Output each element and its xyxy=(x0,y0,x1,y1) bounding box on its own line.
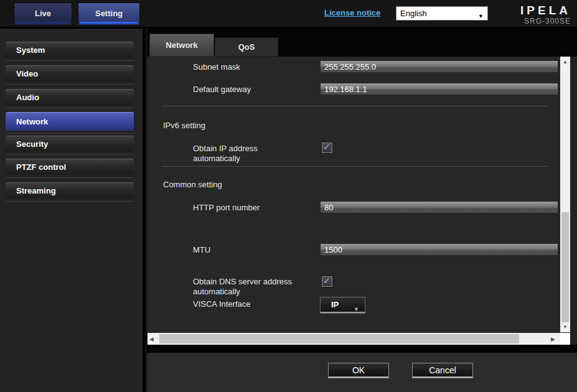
sidebar-item-label: Security xyxy=(16,139,48,149)
checkmark-icon: ✓ xyxy=(323,275,331,286)
cancel-button[interactable]: Cancel xyxy=(412,363,473,378)
ok-button[interactable]: OK xyxy=(328,363,389,378)
top-bar: Live Setting License notice English ▼ IP… xyxy=(0,0,577,29)
scroll-up-arrow-icon[interactable]: ▲ xyxy=(560,59,570,65)
setting-tab-underline xyxy=(80,22,138,24)
chevron-down-icon: ▼ xyxy=(478,10,484,23)
sidebar-item-video[interactable]: Video xyxy=(6,65,134,82)
chevron-down-icon: ▼ xyxy=(354,302,359,317)
language-select[interactable]: English ▼ xyxy=(396,6,488,21)
default-gateway-label: Default gateway xyxy=(193,85,251,95)
visca-interface-dropdown[interactable]: IP ▼ xyxy=(320,297,365,314)
tab-bar: Network QoS xyxy=(148,29,577,57)
language-select-value: English xyxy=(400,9,427,18)
vertical-scrollbar-thumb[interactable] xyxy=(561,212,569,322)
settings-sidebar: System Video Audio Network Security PTZF… xyxy=(0,29,145,392)
live-tab-label: Live xyxy=(35,9,51,18)
setting-tab-label: Setting xyxy=(95,9,123,18)
tab-qos[interactable]: QoS xyxy=(215,37,278,57)
common-section-title: Common setting xyxy=(163,180,222,189)
app-window: Live Setting License notice English ▼ IP… xyxy=(0,0,577,392)
horizontal-scrollbar-thumb[interactable] xyxy=(159,334,519,343)
sidebar-item-label: Video xyxy=(16,69,38,78)
subnet-mask-input[interactable] xyxy=(321,61,558,72)
setting-tab-button[interactable]: Setting xyxy=(78,2,140,26)
brand-logo: IPELA xyxy=(490,4,571,17)
vertical-scrollbar[interactable]: ▲ ▼ xyxy=(560,57,570,332)
tab-network[interactable]: Network xyxy=(149,34,214,57)
mtu-input[interactable] xyxy=(321,244,558,255)
tab-label: Network xyxy=(166,40,197,50)
obtain-ip-checkbox[interactable]: ✓ xyxy=(322,142,332,153)
visca-interface-value: IP xyxy=(331,300,339,309)
sidebar-item-label: System xyxy=(16,45,45,55)
section-divider xyxy=(162,166,548,167)
mtu-label: MTU xyxy=(193,245,210,255)
default-gateway-input[interactable] xyxy=(321,83,558,95)
sidebar-item-security[interactable]: Security xyxy=(6,136,134,152)
content-footer-divider xyxy=(147,345,577,353)
http-port-label: HTTP port number xyxy=(193,203,260,213)
sidebar-item-label: Network xyxy=(16,117,48,126)
sidebar-item-network[interactable]: Network xyxy=(6,112,134,131)
action-bar: OK Cancel xyxy=(147,353,577,392)
subnet-mask-label: Subnet mask xyxy=(193,62,240,72)
scroll-left-arrow-icon[interactable]: ◀ xyxy=(149,336,154,342)
checkmark-icon: ✓ xyxy=(323,141,331,152)
obtain-dns-checkbox[interactable]: ✓ xyxy=(322,276,332,287)
sidebar-item-system[interactable]: System xyxy=(6,42,134,58)
sidebar-item-audio[interactable]: Audio xyxy=(6,89,134,105)
scroll-down-arrow-icon[interactable]: ▼ xyxy=(560,324,570,330)
scrollbar-corner xyxy=(560,333,570,345)
sidebar-item-label: PTZF control xyxy=(16,162,66,172)
scroll-right-arrow-icon[interactable]: ▶ xyxy=(551,336,555,342)
live-tab-underline xyxy=(16,22,70,24)
sidebar-item-label: Streaming xyxy=(16,186,56,195)
license-notice-link[interactable]: License notice xyxy=(324,8,380,17)
model-number: SRG-300SE xyxy=(490,17,571,26)
tab-label: QoS xyxy=(238,42,255,52)
section-divider xyxy=(162,106,548,106)
ipv6-section-title: IPv6 setting xyxy=(163,121,205,130)
sidebar-item-streaming[interactable]: Streaming xyxy=(6,182,134,198)
obtain-dns-label: Obtain DNS server address automatically xyxy=(193,277,317,297)
horizontal-scrollbar[interactable]: ◀ ▶ xyxy=(148,333,560,345)
http-port-input[interactable] xyxy=(321,202,558,213)
visca-interface-label: VISCA Interface xyxy=(193,299,251,309)
obtain-ip-label: Obtain IP address automatically xyxy=(193,144,296,164)
sidebar-item-ptzf[interactable]: PTZF control xyxy=(6,159,134,175)
live-tab-button[interactable]: Live xyxy=(14,2,72,26)
sidebar-item-label: Audio xyxy=(16,93,39,102)
